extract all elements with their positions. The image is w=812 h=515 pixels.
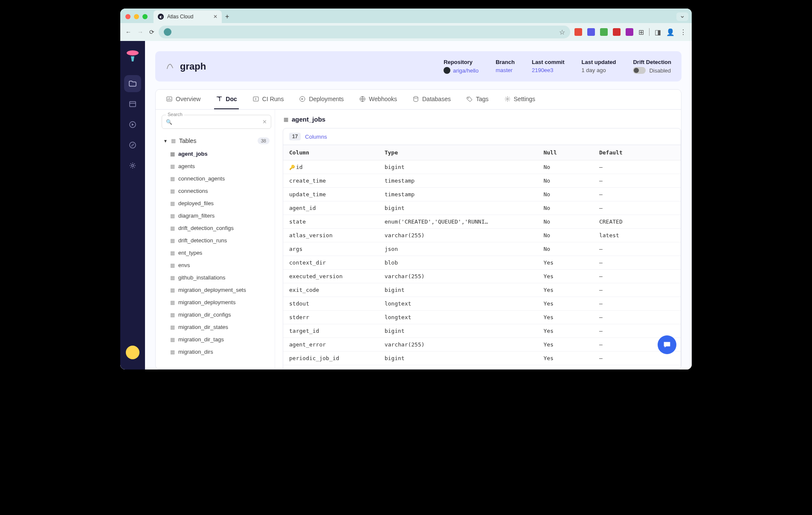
meta-commit-label: Last commit — [532, 59, 565, 65]
tree-header-tables[interactable]: ▼ ▦ Tables 38 — [162, 134, 271, 148]
table-row: argsjsonNo– — [283, 242, 681, 256]
back-button[interactable]: ← — [125, 29, 131, 35]
minimize-window-button[interactable] — [134, 14, 139, 19]
reload-button[interactable]: ⟳ — [149, 29, 154, 35]
tree-item-table[interactable]: ▦envs — [168, 259, 271, 271]
tree-item-table[interactable]: ▦drift_detection_runs — [168, 234, 271, 247]
divider — [649, 28, 650, 36]
sidebar-explore-button[interactable] — [124, 137, 141, 154]
extension-icon[interactable] — [600, 28, 608, 36]
columns-section-header[interactable]: 17 Columns — [283, 128, 681, 145]
table-icon: ▦ — [170, 262, 175, 268]
forward-button[interactable]: → — [137, 29, 143, 35]
table-row: stderrlongtextYes– — [283, 311, 681, 324]
extensions-tray: ⊞ ◨ 👤 ⋮ — [574, 28, 687, 36]
sidebar-dashboard-button[interactable] — [124, 96, 141, 113]
tab-overflow-button[interactable] — [676, 12, 688, 21]
main-content: graph Repository ariga/hello Branch mast… — [145, 41, 692, 370]
tree-item-table[interactable]: ▦diagram_filters — [168, 209, 271, 222]
tree-item-table[interactable]: ▦migration_deployments — [168, 296, 271, 308]
content-card: Overview Doc CI Runs Deployments — [155, 89, 682, 370]
profile-icon[interactable]: 👤 — [666, 28, 675, 36]
meta-drift-value: Disabled — [649, 67, 671, 74]
tree-item-table[interactable]: ▦migration_dir_configs — [168, 308, 271, 321]
table-row: periodic_job_idbigintYes– — [283, 352, 681, 365]
ci-icon — [252, 96, 259, 102]
tree-item-table[interactable]: ▦connection_agents — [168, 172, 271, 185]
tree-item-table[interactable]: ▦agent_jobs — [168, 148, 271, 160]
project-tabs: Overview Doc CI Runs Deployments — [156, 90, 681, 110]
bookmark-star-icon[interactable]: ☆ — [559, 28, 565, 36]
url-input[interactable]: ☆ — [159, 26, 570, 38]
meta-repo-label: Repository — [444, 59, 478, 65]
kebab-menu-icon[interactable]: ⋮ — [680, 28, 687, 36]
close-tab-icon[interactable]: ✕ — [213, 14, 218, 20]
table-icon: ▦ — [170, 250, 175, 256]
doc-body: Search 🔍 ✕ ▼ ▦ Tables 38 ▦agent_jobs▦age… — [156, 110, 681, 369]
tree-item-table[interactable]: ▦ent_types — [168, 247, 271, 259]
table-icon: ▦ — [170, 337, 175, 343]
table-row: atlas_versionvarchar(255)Nolatest — [283, 229, 681, 242]
sidebar-runs-button[interactable] — [124, 116, 141, 133]
svg-point-15 — [507, 98, 508, 100]
tab-overview[interactable]: Overview — [164, 90, 202, 109]
tree-item-table[interactable]: ▦migration_dirs — [168, 346, 271, 358]
table-detail: ▦ agent_jobs 17 Columns Col — [275, 110, 681, 369]
meta-branch-link[interactable]: master — [496, 67, 515, 73]
side-panel-icon[interactable]: ◨ — [655, 28, 661, 36]
tree-item-table[interactable]: ▦agents — [168, 160, 271, 172]
sidebar-settings-button[interactable] — [124, 157, 141, 174]
tree-item-table[interactable]: ▦migration_deployment_sets — [168, 284, 271, 296]
tab-doc[interactable]: Doc — [214, 90, 238, 109]
chat-support-button[interactable] — [658, 335, 676, 354]
sidebar-projects-button[interactable] — [124, 75, 141, 92]
tree-item-table[interactable]: ▦drift_detection_configs — [168, 222, 271, 234]
tab-settings[interactable]: Settings — [502, 90, 537, 109]
tab-webhooks[interactable]: Webhooks — [357, 90, 399, 109]
schema-tree: Search 🔍 ✕ ▼ ▦ Tables 38 ▦agent_jobs▦age… — [156, 110, 275, 369]
clear-search-icon[interactable]: ✕ — [262, 119, 267, 125]
tree-item-table[interactable]: ▦deployed_files — [168, 197, 271, 209]
table-icon: ▦ — [170, 188, 175, 194]
tab-databases[interactable]: Databases — [411, 90, 452, 109]
project-title-group: graph — [165, 61, 206, 72]
tab-favicon: ◐ — [158, 14, 164, 20]
new-tab-button[interactable]: + — [225, 13, 229, 20]
drift-toggle[interactable] — [633, 67, 646, 74]
extension-icon[interactable] — [626, 28, 633, 36]
site-identity-icon[interactable] — [164, 28, 171, 36]
table-row: exit_codebigintYes– — [283, 283, 681, 297]
tab-deployments[interactable]: Deployments — [297, 90, 345, 109]
tab-ci-runs[interactable]: CI Runs — [251, 90, 286, 109]
extension-icon[interactable] — [574, 28, 582, 36]
settings-icon — [504, 96, 511, 102]
close-window-button[interactable] — [125, 14, 130, 19]
table-icon: ▦ — [170, 151, 175, 157]
chevron-down-icon: ▼ — [163, 139, 168, 143]
tree-item-table[interactable]: ▦migration_dir_tags — [168, 333, 271, 346]
extension-icon[interactable] — [587, 28, 595, 36]
meta-commit-link[interactable]: 2190ee3 — [532, 67, 565, 73]
svg-point-13 — [414, 96, 418, 98]
table-row: agent_idbigintNo– — [283, 201, 681, 215]
table-row: 🔑idbigintNo– — [283, 160, 681, 174]
user-avatar[interactable] — [126, 346, 139, 359]
extensions-menu-icon[interactable]: ⊞ — [638, 28, 644, 36]
svg-rect-1 — [130, 102, 136, 107]
meta-repo-link[interactable]: ariga/hello — [444, 67, 478, 74]
svg-point-5 — [132, 165, 134, 167]
maximize-window-button[interactable] — [142, 14, 148, 19]
tables-list: ▦agent_jobs▦agents▦connection_agents▦con… — [162, 148, 271, 358]
svg-point-0 — [127, 50, 139, 55]
app-logo[interactable] — [125, 49, 140, 64]
extension-icon[interactable] — [613, 28, 621, 36]
meta-drift-label: Drift Detection — [633, 59, 671, 65]
tree-item-table[interactable]: ▦github_installations — [168, 271, 271, 284]
browser-tab[interactable]: ◐ Atlas Cloud ✕ — [154, 10, 222, 23]
doc-icon — [216, 96, 223, 102]
tree-item-table[interactable]: ▦migration_dir_states — [168, 321, 271, 333]
table-icon: ▦ — [170, 275, 175, 281]
table-icon: ▦ — [170, 238, 175, 244]
tab-tags[interactable]: Tags — [464, 90, 490, 109]
tree-item-table[interactable]: ▦connections — [168, 185, 271, 197]
